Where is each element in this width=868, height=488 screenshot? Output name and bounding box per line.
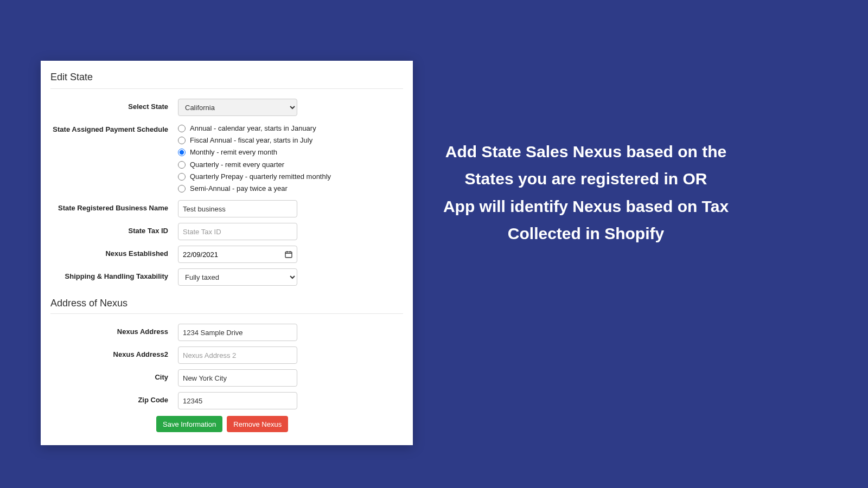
schedule-radio[interactable] [178,137,186,144]
row-city: City [50,369,403,387]
label-nexus-established: Nexus Established [50,246,178,258]
label-tax-id: State Tax ID [50,223,178,235]
label-nexus-address: Nexus Address [50,324,178,336]
row-shipping-tax: Shipping & Handling Taxability Fully tax… [50,268,403,286]
nexus-address-input[interactable] [178,324,297,341]
row-nexus-established: Nexus Established [50,246,403,263]
zip-input[interactable] [178,392,297,409]
marketing-copy: Add State Sales Nexus based on the State… [434,138,738,248]
schedule-radio-group: Annual - calendar year, starts in Januar… [178,121,331,195]
row-select-state: Select State California [50,99,403,116]
save-information-button[interactable]: Save Information [156,416,222,432]
schedule-option-label: Annual - calendar year, starts in Januar… [190,124,316,133]
remove-nexus-button[interactable]: Remove Nexus [227,416,288,432]
tax-id-input[interactable] [178,223,297,240]
schedule-option[interactable]: Annual - calendar year, starts in Januar… [178,123,331,134]
row-nexus-address: Nexus Address [50,324,403,341]
schedule-option[interactable]: Quarterly Prepay - quarterly remitted mo… [178,171,331,183]
nexus-established-date-input[interactable] [178,246,297,263]
schedule-radio[interactable] [178,149,186,156]
select-state-dropdown[interactable]: California [178,99,297,116]
address-section-title: Address of Nexus [50,291,403,314]
row-business-name: State Registered Business Name [50,200,403,217]
label-city: City [50,369,178,381]
marketing-line2: App will identify Nexus based on Tax Col… [434,193,738,248]
row-schedule: State Assigned Payment Schedule Annual -… [50,121,403,195]
schedule-radio[interactable] [178,125,186,132]
schedule-radio[interactable] [178,185,186,192]
edit-state-panel: Edit State Select State California State… [41,61,413,445]
row-zip: Zip Code [50,392,403,409]
schedule-option[interactable]: Semi-Annual - pay twice a year [178,183,331,195]
schedule-option-label: Semi-Annual - pay twice a year [190,184,288,194]
schedule-option-label: Quarterly Prepay - quarterly remitted mo… [190,172,331,182]
row-tax-id: State Tax ID [50,223,403,240]
schedule-option[interactable]: Quarterly - remit every quarter [178,159,331,171]
button-row: Save Information Remove Nexus [156,416,403,432]
label-shipping-tax: Shipping & Handling Taxability [50,268,178,280]
marketing-line1: Add State Sales Nexus based on the State… [434,138,738,193]
schedule-option-label: Quarterly - remit every quarter [190,160,284,170]
nexus-address2-input[interactable] [178,346,297,364]
schedule-radio[interactable] [178,173,186,181]
shipping-tax-dropdown[interactable]: Fully taxed [178,268,297,286]
row-nexus-address2: Nexus Address2 [50,346,403,364]
panel-title: Edit State [50,68,403,89]
label-nexus-address2: Nexus Address2 [50,346,178,358]
label-business-name: State Registered Business Name [50,200,178,212]
city-input[interactable] [178,369,297,387]
schedule-option-label: Fiscal Annual - fiscal year, starts in J… [190,136,312,145]
label-select-state: Select State [50,99,178,111]
schedule-option-label: Monthly - remit every month [190,147,277,157]
schedule-option[interactable]: Monthly - remit every month [178,146,331,158]
label-zip: Zip Code [50,392,178,404]
schedule-radio[interactable] [178,161,186,169]
schedule-option[interactable]: Fiscal Annual - fiscal year, starts in J… [178,134,331,146]
business-name-input[interactable] [178,200,297,217]
label-schedule: State Assigned Payment Schedule [50,121,178,133]
